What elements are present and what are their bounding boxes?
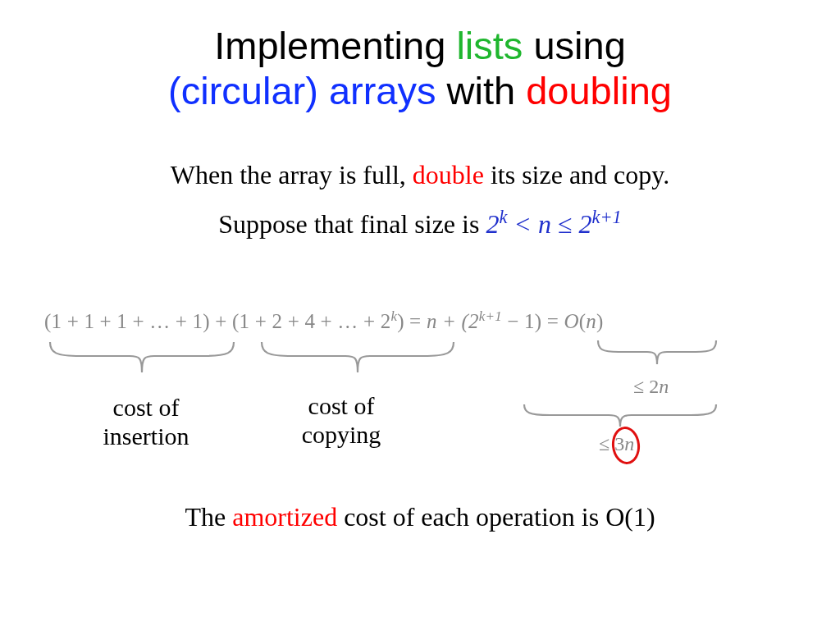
eq-lhs2-close: ) (397, 310, 404, 332)
eq-lhs1: (1 + 1 + 1 + … + 1) (44, 310, 210, 332)
eq-rhs: O(n) (564, 310, 604, 332)
eq-lhs2-open: (1 + 2 + 4 + … + 2 (232, 310, 390, 332)
eq-eq1: = (404, 310, 427, 332)
brace-copying-icon (259, 340, 456, 386)
equation: (1 + 1 + 1 + … + 1) + (1 + 2 + 4 + … + 2… (44, 310, 604, 333)
slide: Implementing lists using (circular) arra… (0, 0, 840, 630)
bottom-a: The (185, 502, 232, 532)
sub1-a: When the array is full, (171, 160, 413, 189)
title-word-doubling: doubling (526, 69, 672, 112)
eq-mid-a: n + (2 (427, 310, 479, 332)
subtitle-1: When the array is full, double its size … (0, 160, 840, 190)
title-word-lists: lists (456, 24, 523, 67)
bottom-b: amortized (232, 502, 337, 532)
title-word-implementing: Implementing (214, 24, 456, 67)
eq-lhs2-exp: k (390, 308, 397, 324)
title-word-circular-arrays: (circular) arrays (168, 69, 436, 112)
sub1-c: its size and copy. (484, 160, 669, 189)
brace-2n-icon (596, 338, 719, 374)
label-cost-insertion: cost ofinsertion (80, 394, 212, 450)
eq-mid-b: − 1) (502, 310, 541, 332)
subtitle-2: Suppose that final size is 2k < n ≤ 2k+1 (0, 207, 840, 240)
label-le-2n: ≤ 2n (633, 376, 669, 398)
slide-title: Implementing lists using (circular) arra… (0, 23, 840, 114)
sub1-b: double (413, 160, 484, 189)
sub2-math: 2k < n ≤ 2k+1 (486, 209, 621, 239)
eq-plus: + (210, 310, 232, 332)
label-cost-copying: cost ofcopying (276, 392, 407, 449)
title-word-with: with (436, 69, 527, 112)
bottom-line: The amortized cost of each operation is … (0, 502, 840, 532)
title-word-using: using (523, 24, 625, 67)
brace-insertion-icon (48, 340, 236, 386)
sub2-a: Suppose that final size is (218, 209, 486, 239)
eq-mid-exp: k+1 (479, 308, 502, 324)
le2n-b: n (659, 376, 669, 397)
bottom-c: cost of each operation is O(1) (337, 502, 655, 532)
le2n-a: ≤ 2 (633, 376, 659, 397)
eq-eq2: = (541, 310, 564, 332)
